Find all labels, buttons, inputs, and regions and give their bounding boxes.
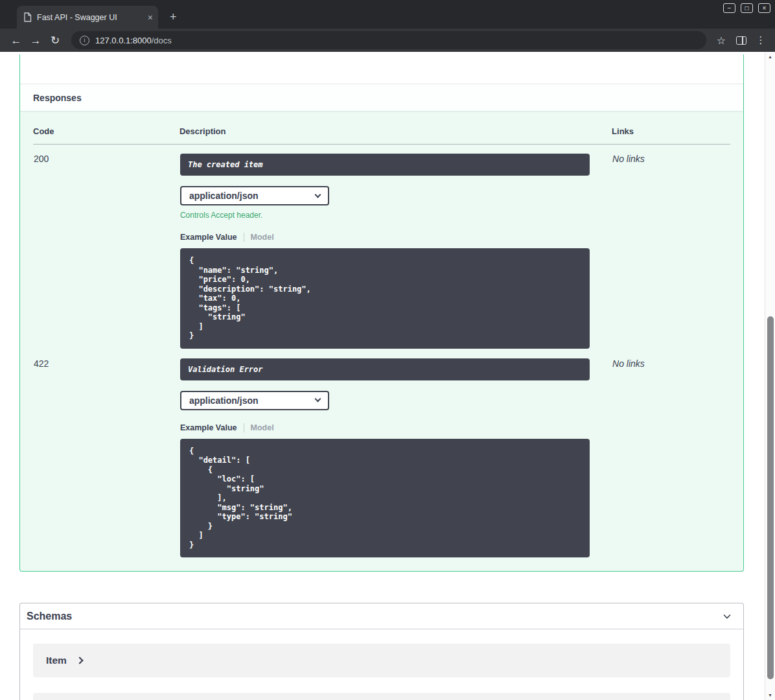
operation-block-top <box>20 54 743 84</box>
url-text: 127.0.0.1:8000/docs <box>95 36 172 45</box>
example-json-block: { "detail": [ { "loc": [ "string" ], "ms… <box>180 439 590 558</box>
url-path: /docs <box>152 36 172 45</box>
window-minimize-button[interactable]: − <box>723 3 735 13</box>
reload-button[interactable]: ↻ <box>45 35 65 46</box>
response-links: No links <box>612 145 730 349</box>
schemas-header[interactable]: Schemas <box>20 603 743 629</box>
scroll-up-arrow-icon[interactable]: ▲ <box>765 54 775 59</box>
schemas-title: Schemas <box>27 611 72 622</box>
back-button[interactable]: ← <box>6 35 26 46</box>
forward-button[interactable]: → <box>26 35 45 46</box>
chevron-down-icon <box>315 191 321 198</box>
tab-close-icon[interactable]: × <box>148 13 153 22</box>
media-type-select[interactable]: application/json <box>180 186 329 205</box>
example-json: { "detail": [ { "loc": [ "string" ], "ms… <box>189 447 581 550</box>
browser-menu-icon[interactable]: ⋮ <box>753 34 769 46</box>
responses-title: Responses <box>33 93 82 103</box>
address-bar[interactable]: i 127.0.0.1:8000/docs <box>71 31 706 49</box>
browser-toolbar: ← → ↻ i 127.0.0.1:8000/docs ☆ ⋮ <box>0 29 775 52</box>
schema-name: Item <box>46 655 67 666</box>
example-json: { "name": "string", "price": 0, "descrip… <box>189 256 581 341</box>
response-description: Validation Error <box>180 358 590 380</box>
column-header-description: Description <box>179 121 612 145</box>
controls-accept-note: Controls Accept header. <box>180 211 590 220</box>
responses-section-header: Responses <box>20 84 743 111</box>
side-panel-icon[interactable] <box>736 36 746 45</box>
window-maximize-button[interactable]: □ <box>741 3 753 13</box>
page-favicon-icon <box>23 12 32 22</box>
page-viewport: Responses Code Description Links <box>0 52 775 700</box>
media-type-value: application/json <box>189 395 259 406</box>
tab-title: Fast API - Swagger UI <box>37 13 143 22</box>
page-scrollbar[interactable]: ▲ ▼ <box>765 52 775 700</box>
responses-table-wrapper: Code Description Links 200 The created i… <box>20 111 743 571</box>
tab-divider <box>244 233 244 242</box>
schemas-section: Schemas Item ValidationError <box>19 603 744 700</box>
chevron-right-icon <box>76 657 83 664</box>
browser-tab[interactable]: Fast API - Swagger UI × <box>17 6 158 29</box>
tab-example-value[interactable]: Example Value <box>180 423 237 432</box>
schema-item-card[interactable]: Item <box>33 644 730 677</box>
chevron-down-icon <box>315 396 321 402</box>
scrollbar-thumb[interactable] <box>767 316 774 679</box>
tab-divider <box>244 423 244 432</box>
operation-block: Responses Code Description Links <box>19 54 744 572</box>
bookmark-star-icon[interactable]: ☆ <box>713 34 730 47</box>
tab-example-value[interactable]: Example Value <box>180 233 237 242</box>
response-row-200: 200 The created item application/json Co… <box>33 145 730 349</box>
response-code: 200 <box>33 145 179 349</box>
schema-validationerror-card[interactable]: ValidationError <box>33 693 730 700</box>
url-host: 127.0.0.1:8000 <box>95 36 152 45</box>
browser-titlebar: Fast API - Swagger UI × + − □ × <box>0 0 775 29</box>
schemas-list: Item ValidationError <box>20 629 743 700</box>
window-close-button[interactable]: × <box>758 3 770 13</box>
column-header-code: Code <box>33 121 179 145</box>
column-header-links: Links <box>612 121 730 145</box>
tab-model[interactable]: Model <box>251 233 274 242</box>
new-tab-button[interactable]: + <box>170 11 177 23</box>
scroll-down-arrow-icon[interactable]: ▼ <box>765 693 775 697</box>
media-type-value: application/json <box>189 191 259 201</box>
response-row-422: 422 Validation Error application/json <box>33 349 730 559</box>
responses-table: Code Description Links 200 The created i… <box>33 121 730 558</box>
site-info-icon[interactable]: i <box>80 36 89 45</box>
media-type-select[interactable]: application/json <box>180 391 329 410</box>
chevron-down-icon[interactable] <box>721 611 733 622</box>
response-description: The created item <box>180 154 590 176</box>
response-links: No links <box>612 349 730 559</box>
response-code: 422 <box>33 349 179 559</box>
tab-model[interactable]: Model <box>251 423 274 432</box>
example-json-block: { "name": "string", "price": 0, "descrip… <box>180 248 590 349</box>
